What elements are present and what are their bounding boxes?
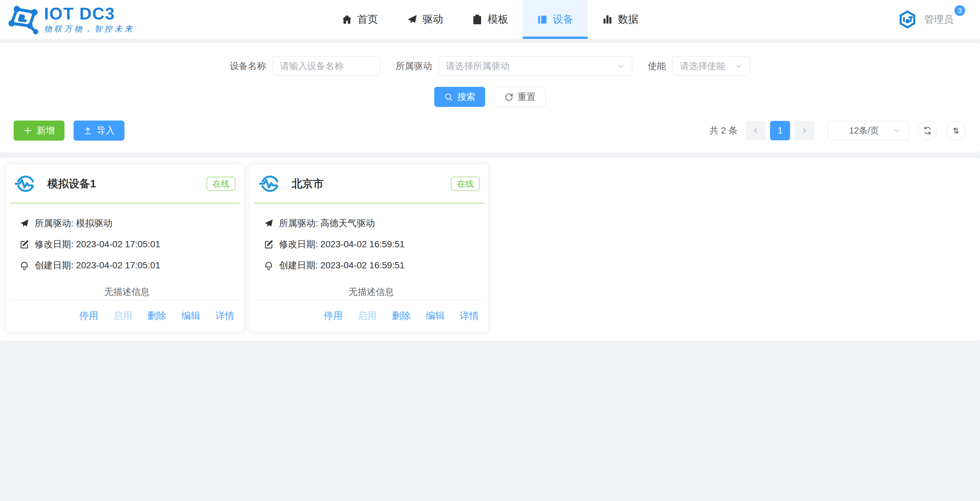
toolbar: 新增 导入 共 2 条 1 12条/页	[0, 107, 980, 141]
detail-link[interactable]: 详情	[460, 310, 479, 323]
user-menu[interactable]: 管理员 3	[897, 9, 953, 30]
edit-link[interactable]: 编辑	[426, 310, 445, 323]
modified-info-text: 修改日期: 2023-04-02 17:05:01	[35, 238, 161, 250]
status-badge: 在线	[451, 177, 480, 191]
paper-plane-icon	[19, 218, 29, 228]
device-list-panel: 模拟设备1 在线 所属驱动: 模拟驱动 修改日期: 2023-04-02 17:…	[0, 158, 980, 340]
device-name-label: 设备名称	[230, 60, 266, 72]
device-cards-row: 模拟设备1 在线 所属驱动: 模拟驱动 修改日期: 2023-04-02 17:…	[5, 164, 975, 332]
edit-icon	[19, 240, 29, 249]
nav-item-label: 模板	[488, 12, 509, 27]
nav-item-template[interactable]: 模板	[458, 0, 523, 39]
nav-item-device[interactable]: 设备	[523, 0, 588, 39]
filter-device-name: 设备名称	[230, 56, 380, 76]
enable-link[interactable]: 启用	[358, 310, 377, 323]
created-info-row: 创建日期: 2023-04-02 16:59:51	[264, 259, 479, 272]
disable-link[interactable]: 停用	[80, 310, 98, 323]
chevron-down-icon	[893, 126, 901, 135]
brand-tagline: 物联万物，智控未来	[44, 24, 135, 34]
plus-icon	[23, 126, 32, 135]
card-body: 所属驱动: 模拟驱动 修改日期: 2023-04-02 17:05:01 创建日…	[5, 204, 244, 298]
search-button-row: 搜索 重置	[0, 87, 980, 107]
page-size-select[interactable]: 12条/页	[828, 121, 909, 140]
nav-item-label: 设备	[553, 12, 574, 27]
pagination-total: 共 2 条	[710, 124, 738, 137]
enable-select-placeholder: 请选择使能	[680, 60, 734, 72]
notification-badge: 3	[954, 5, 966, 16]
chevron-down-icon	[734, 62, 743, 70]
enable-label: 使能	[648, 60, 666, 72]
delete-link[interactable]: 删除	[392, 310, 410, 323]
top-header: IOT DC3 物联万物，智控未来 首页 驱动	[0, 0, 980, 39]
pagination: 共 2 条 1 12条/页	[710, 121, 966, 140]
card-body: 所属驱动: 高德天气驱动 修改日期: 2023-04-02 16:59:51 创…	[250, 204, 488, 298]
status-badge: 在线	[207, 177, 235, 191]
toolbar-left: 新增 导入	[14, 121, 124, 141]
page-size-value: 12条/页	[835, 125, 893, 137]
created-info-row: 创建日期: 2023-04-02 17:05:01	[19, 259, 234, 272]
clipboard-icon	[472, 14, 483, 25]
edit-icon	[264, 240, 274, 249]
driver-info-text: 所属驱动: 高德天气驱动	[279, 217, 375, 229]
page-number-1[interactable]: 1	[770, 121, 790, 140]
device-title: 模拟设备1	[47, 177, 207, 191]
next-page-button[interactable]	[795, 121, 814, 140]
detail-link[interactable]: 详情	[215, 310, 234, 323]
created-info-text: 创建日期: 2023-04-02 16:59:51	[279, 259, 405, 272]
reset-button[interactable]: 重置	[494, 87, 546, 107]
enable-select[interactable]: 请选择使能	[673, 56, 750, 76]
upload-icon	[83, 126, 92, 135]
device-card: 模拟设备1 在线 所属驱动: 模拟驱动 修改日期: 2023-04-02 17:…	[5, 164, 244, 332]
nav-item-label: 数据	[618, 12, 639, 27]
device-description: 无描述信息	[264, 286, 479, 298]
device-card: 北京市 在线 所属驱动: 高德天气驱动 修改日期: 2023-04-02 16:…	[249, 164, 489, 332]
device-name-input[interactable]	[272, 56, 380, 76]
search-icon	[444, 92, 453, 102]
bell-icon	[264, 261, 274, 270]
device-pulse-icon	[15, 173, 36, 194]
device-title: 北京市	[292, 177, 451, 191]
chevron-down-icon	[616, 62, 625, 70]
bell-icon	[19, 261, 29, 270]
disable-link[interactable]: 停用	[324, 310, 342, 323]
user-name: 管理员	[924, 13, 953, 26]
home-icon	[342, 14, 353, 25]
driver-select-placeholder: 请选择所属驱动	[446, 60, 616, 72]
created-info-text: 创建日期: 2023-04-02 17:05:01	[35, 259, 161, 272]
nav-item-driver[interactable]: 驱动	[393, 0, 458, 39]
nav-item-home[interactable]: 首页	[327, 0, 393, 39]
card-header: 模拟设备1 在线	[5, 164, 244, 194]
modified-info-text: 修改日期: 2023-04-02 16:59:51	[279, 238, 405, 250]
filter-row: 设备名称 所属驱动 请选择所属驱动 使能 请选择使能	[0, 56, 980, 76]
nav-item-label: 驱动	[423, 12, 443, 27]
bookmark-icon	[537, 14, 548, 25]
bar-chart-icon	[602, 14, 613, 25]
nav-item-label: 首页	[358, 12, 378, 27]
delete-link[interactable]: 删除	[148, 310, 166, 323]
driver-info-text: 所属驱动: 模拟驱动	[35, 217, 113, 229]
add-button[interactable]: 新增	[14, 121, 65, 141]
paper-plane-icon	[407, 14, 418, 25]
sort-toggle-button[interactable]	[946, 121, 966, 140]
prev-page-button[interactable]	[746, 121, 765, 140]
brand-logo[interactable]: IOT DC3 物联万物，智控未来	[7, 5, 135, 34]
paper-plane-icon	[264, 218, 274, 228]
filter-panel: 设备名称 所属驱动 请选择所属驱动 使能 请选择使能	[0, 43, 980, 152]
driver-info-row: 所属驱动: 高德天气驱动	[264, 217, 479, 229]
search-button[interactable]: 搜索	[434, 87, 485, 107]
import-button[interactable]: 导入	[73, 121, 124, 141]
driver-info-row: 所属驱动: 模拟驱动	[19, 217, 234, 229]
refresh-list-button[interactable]	[918, 121, 937, 140]
card-footer: 停用 启用 删除 编辑 详情	[254, 300, 484, 332]
driver-label: 所属驱动	[396, 60, 432, 72]
device-description: 无描述信息	[19, 286, 234, 298]
brand-name: IOT DC3	[44, 5, 135, 23]
driver-select[interactable]: 请选择所属驱动	[439, 56, 632, 76]
card-header: 北京市 在线	[250, 164, 488, 194]
edit-link[interactable]: 编辑	[181, 310, 200, 323]
nav-item-data[interactable]: 数据	[588, 0, 653, 39]
modified-info-row: 修改日期: 2023-04-02 17:05:01	[19, 238, 234, 250]
avatar	[897, 9, 918, 30]
enable-link[interactable]: 启用	[113, 310, 132, 323]
refresh-icon	[504, 92, 513, 102]
